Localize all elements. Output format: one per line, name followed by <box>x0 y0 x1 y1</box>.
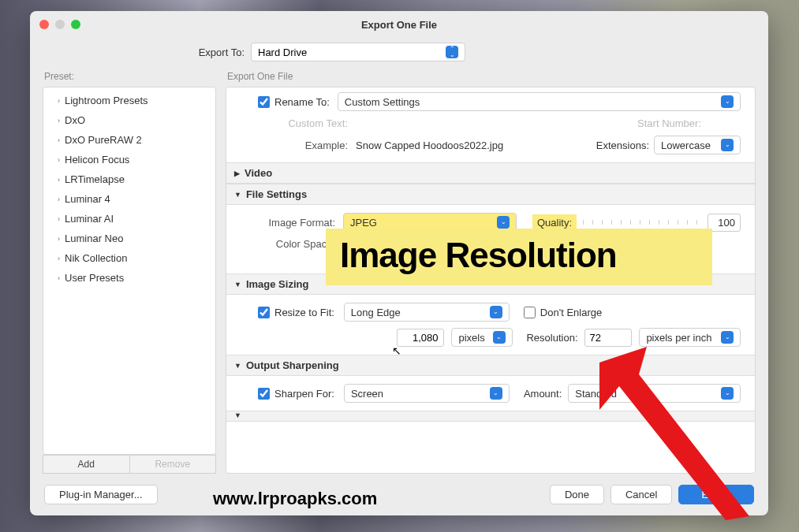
preset-item[interactable]: ›Lightroom Presets <box>43 91 215 110</box>
chevron-right-icon: › <box>58 255 60 262</box>
sharpen-for-select[interactable]: Screen ⌄ <box>344 384 510 403</box>
resolution-input[interactable] <box>584 329 632 347</box>
triangle-down-icon: ▼ <box>234 281 241 288</box>
chevron-right-icon: › <box>58 136 60 144</box>
chevron-right-icon: › <box>58 274 60 282</box>
resize-label: Resize to Fit: <box>274 307 334 318</box>
content-label: Export One File <box>226 69 756 87</box>
titlebar: Export One File <box>30 11 768 38</box>
example-label: Example: <box>241 140 356 151</box>
preset-item[interactable]: ›LRTimelapse <box>43 169 215 189</box>
chevron-right-icon: › <box>58 156 60 164</box>
resolution-label: Resolution: <box>526 332 577 344</box>
export-button[interactable]: Export <box>678 485 754 504</box>
export-to-row: Export To: Hard Drive ⌃⌄ <box>30 38 768 69</box>
preset-item[interactable]: ›DxO <box>43 110 215 130</box>
remove-preset-button: Remove <box>129 455 217 474</box>
video-section-header[interactable]: ▶ Video <box>226 162 755 184</box>
custom-text-label: Custom Text: <box>241 117 356 129</box>
chevron-right-icon: › <box>58 235 60 243</box>
size-unit-select[interactable]: pixels ⌄ <box>451 328 512 347</box>
triangle-down-icon: ▼ <box>234 362 241 370</box>
chevron-updown-icon: ⌄ <box>490 387 502 400</box>
preset-item[interactable]: ›Luminar Neo <box>43 229 215 248</box>
output-sharpening-header[interactable]: ▼ Output Sharpening <box>226 355 755 376</box>
export-to-label: Export To: <box>30 47 251 58</box>
preset-list[interactable]: ›Lightroom Presets ›DxO ›DxO PureRAW 2 ›… <box>43 87 216 455</box>
amount-select[interactable]: Standard ⌄ <box>568 384 741 403</box>
amount-label: Amount: <box>524 388 562 400</box>
chevron-right-icon: › <box>58 215 60 223</box>
chevron-updown-icon: ⌄ <box>490 306 502 318</box>
dont-enlarge-label: Don't Enlarge <box>540 307 602 318</box>
preset-item[interactable]: ›Helicon Focus <box>43 150 215 169</box>
chevron-right-icon: › <box>58 176 60 184</box>
chevron-right-icon: › <box>58 117 60 125</box>
example-value: Snow Capped Hoodoos2022.jpg <box>356 140 503 151</box>
plugin-manager-button[interactable]: Plug-in Manager... <box>44 485 158 504</box>
annotation-overlay: Image Resolution <box>326 229 712 285</box>
triangle-down-icon: ▼ <box>234 191 241 199</box>
cursor-icon: ↖ <box>392 344 401 357</box>
preset-sidebar: Preset: ›Lightroom Presets ›DxO ›DxO Pur… <box>43 69 216 474</box>
file-settings-header[interactable]: ▼ File Settings <box>226 184 755 205</box>
triangle-right-icon: ▶ <box>234 169 240 177</box>
quality-value[interactable]: 100 <box>708 214 741 232</box>
preset-item[interactable]: ›User Presets <box>43 268 215 288</box>
chevron-right-icon: › <box>58 195 60 203</box>
cancel-button[interactable]: Cancel <box>610 485 672 504</box>
rename-label: Rename To: <box>274 96 330 108</box>
preset-item[interactable]: ›Nik Collection <box>43 248 215 268</box>
preset-label: Preset: <box>43 69 216 87</box>
resolution-unit-select[interactable]: pixels per inch ⌄ <box>639 328 741 347</box>
window-title: Export One File <box>30 19 768 31</box>
chevron-updown-icon: ⌄ <box>721 387 734 400</box>
chevron-updown-icon: ⌄ <box>497 216 510 229</box>
rename-template-select[interactable]: Custom Settings ⌄ <box>338 92 741 111</box>
chevron-updown-icon: ⌄ <box>493 331 506 344</box>
sharpen-checkbox[interactable] <box>258 388 270 400</box>
image-format-label: Image Format: <box>241 217 343 229</box>
rename-checkbox[interactable] <box>258 96 270 108</box>
export-to-value: Hard Drive <box>258 47 307 58</box>
export-to-select[interactable]: Hard Drive ⌃⌄ <box>251 43 465 61</box>
watermark-text: www.lrproapks.com <box>213 489 377 509</box>
extensions-label: Extensions: <box>596 140 649 151</box>
dont-enlarge-checkbox[interactable] <box>524 307 536 318</box>
dialog-footer: Plug-in Manager... Done Cancel Export <box>30 474 768 515</box>
resize-checkbox[interactable] <box>258 307 270 318</box>
sharpen-label: Sharpen For: <box>274 388 334 400</box>
preset-item[interactable]: ›DxO PureRAW 2 <box>43 130 215 150</box>
add-preset-button[interactable]: Add <box>43 455 129 474</box>
resize-mode-select[interactable]: Long Edge ⌄ <box>344 303 510 322</box>
preset-item[interactable]: ›Luminar 4 <box>43 189 215 209</box>
triangle-down-icon: ▼ <box>234 411 241 419</box>
chevron-updown-icon: ⌄ <box>721 331 734 344</box>
extensions-select[interactable]: Lowercase ⌄ <box>654 136 741 154</box>
done-button[interactable]: Done <box>550 485 604 504</box>
chevron-right-icon: › <box>58 97 60 105</box>
quality-slider[interactable] <box>583 220 701 225</box>
preset-item[interactable]: ›Luminar AI <box>43 209 215 229</box>
chevron-updown-icon: ⌄ <box>721 95 734 108</box>
chevron-updown-icon: ⌃⌄ <box>446 46 458 58</box>
size-input[interactable] <box>397 329 444 347</box>
next-section-header[interactable]: ▼ <box>226 411 755 422</box>
chevron-updown-icon: ⌄ <box>721 139 734 151</box>
start-number-label: Start Number: <box>637 117 709 129</box>
